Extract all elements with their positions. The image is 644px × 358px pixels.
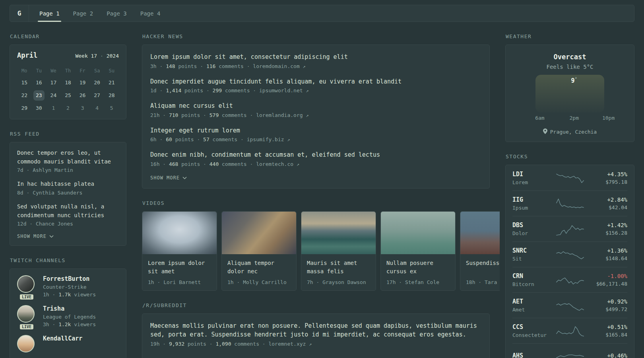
hn-item-title[interactable]: Donec enim nibh, condimentum et accumsan… — [150, 150, 481, 160]
app-logo[interactable]: G — [10, 5, 29, 21]
calendar-day[interactable]: 3 — [77, 103, 88, 113]
stock-symbol[interactable]: SNRC — [512, 247, 551, 254]
stock-symbol[interactable]: IIG — [512, 196, 551, 203]
stock-name: Bitcorn — [512, 281, 551, 287]
stock-price: $148.64 — [589, 255, 627, 261]
video-title[interactable]: Suspendisse diam — [466, 259, 500, 276]
rss-item-meta: 12d · Chance Jones — [17, 221, 119, 227]
tab-page-4[interactable]: Page 4 — [139, 5, 162, 21]
tab-page-3[interactable]: Page 3 — [105, 5, 128, 21]
hn-item-domain-link[interactable]: loremlandia.org — [256, 112, 303, 118]
stock-symbol[interactable]: AHS — [512, 352, 551, 358]
calendar-day[interactable]: 17 — [48, 78, 59, 88]
middle-column: HACKER NEWS Lorem ipsum dolor sit amet, … — [142, 33, 490, 358]
reddit-post-domain-link[interactable]: loremnet.xyz — [268, 341, 306, 347]
stock-name: Consectetur — [512, 332, 551, 338]
right-column: WEATHER Overcast Feels like 5°C 9°6am2pm… — [505, 33, 634, 358]
weather-section-title: WEATHER — [506, 33, 634, 39]
weather-daytime-highlight — [535, 75, 604, 113]
stock-change: +0.51% — [589, 324, 627, 330]
stock-symbol[interactable]: CRN — [512, 272, 551, 280]
video-thumbnail[interactable] — [460, 212, 500, 254]
twitch-channel-name[interactable]: KendallCarr — [43, 335, 82, 342]
calendar-day[interactable]: 4 — [91, 103, 103, 113]
rss-item-title[interactable]: In hac habitasse platea — [17, 180, 119, 189]
stock-symbol[interactable]: CCS — [512, 323, 551, 331]
calendar-day[interactable]: 26 — [77, 90, 88, 101]
calendar-day[interactable]: 29 — [19, 103, 30, 113]
calendar-day[interactable]: 5 — [106, 103, 117, 113]
calendar-day[interactable]: 19 — [77, 78, 88, 88]
stock-row: DBSDolor +1.42%$156.28 — [512, 216, 627, 241]
stock-symbol[interactable]: LDI — [512, 171, 551, 178]
calendar-day[interactable]: 20 — [91, 78, 103, 88]
stock-symbol[interactable]: AET — [512, 298, 551, 305]
rss-widget: RSS FEED Donec tempor eros leo, ut commo… — [10, 131, 126, 246]
stock-name: Dolor — [512, 230, 551, 236]
hn-item: Donec enim nibh, condimentum et accumsan… — [150, 150, 481, 167]
calendar-day[interactable]: 28 — [106, 90, 117, 101]
calendar-day[interactable]: 25 — [62, 90, 74, 101]
calendar-day[interactable]: 18 — [62, 78, 74, 88]
video-title[interactable]: Nullam posuere cursus ex — [386, 259, 450, 276]
rss-section-title: RSS FEED — [10, 131, 126, 137]
subreddit-widget: /R/SUBREDDIT Maecenas mollis pulvinar er… — [142, 302, 490, 358]
page-tabs: Page 1 Page 2 Page 3 Page 4 — [29, 5, 171, 21]
calendar-weekday: Th — [61, 66, 76, 75]
video-title[interactable]: Mauris sit amet massa felis — [307, 259, 370, 276]
hn-item-title[interactable]: Donec imperdiet augue tincidunt felis al… — [150, 77, 481, 86]
weather-widget: WEATHER Overcast Feels like 5°C 9°6am2pm… — [505, 33, 634, 142]
video-thumbnail[interactable] — [381, 212, 455, 254]
video-thumbnail[interactable] — [142, 212, 217, 254]
avatar[interactable] — [17, 305, 35, 323]
twitch-channel-name[interactable]: ForrestBurton — [43, 275, 96, 282]
weather-location[interactable]: Prague, Czechia — [513, 128, 627, 135]
twitch-channel-name[interactable]: Trisha — [43, 305, 96, 312]
calendar-day-selected[interactable]: 23 — [33, 90, 45, 101]
rss-item-title[interactable]: Sed volutpat nulla nisl, a condimentum n… — [17, 202, 119, 220]
calendar-day[interactable]: 30 — [33, 103, 45, 113]
calendar-week-year: Week 17 · 2024 — [75, 53, 119, 59]
live-badge: LIVE — [19, 294, 34, 300]
rss-item-title[interactable]: Donec tempor eros leo, ut commodo mauris… — [17, 149, 119, 166]
tab-page-2[interactable]: Page 2 — [72, 5, 95, 21]
avatar[interactable] — [17, 335, 35, 352]
stock-price: $66,171.48 — [589, 281, 627, 287]
hn-item: Aliquam nec cursus elit 21h · 710 points… — [150, 101, 481, 118]
weather-hourly-chart: 9°6am2pm10pm — [518, 86, 621, 122]
hn-item-domain-link[interactable]: ipsumworld.net — [259, 88, 303, 93]
stock-price: $156.28 — [589, 230, 627, 236]
hn-item-domain-link[interactable]: ipsumify.biz — [247, 136, 284, 142]
hn-item-domain-link[interactable]: loremdomain.com — [253, 63, 299, 69]
rss-show-more-button[interactable]: SHOW MORE — [17, 233, 119, 239]
tab-page-1[interactable]: Page 1 — [38, 5, 61, 21]
avatar[interactable] — [17, 275, 35, 293]
calendar-day[interactable]: 22 — [19, 90, 30, 101]
reddit-post-title[interactable]: Maecenas mollis pulvinar erat non posuer… — [150, 321, 481, 339]
video-meta: 1h · Lori Barnett — [148, 279, 211, 285]
hn-item-title[interactable]: Integer eget rutrum lorem — [150, 126, 481, 135]
calendar-day[interactable]: 27 — [91, 90, 103, 101]
hn-item-title[interactable]: Lorem ipsum dolor sit amet, consectetur … — [150, 53, 481, 62]
twitch-channel: KendallCarr — [17, 335, 119, 352]
hn-item-title[interactable]: Aliquam nec cursus elit — [150, 101, 481, 111]
video-thumbnail[interactable] — [222, 212, 296, 254]
calendar-day[interactable]: 16 — [33, 78, 45, 88]
twitch-channel: LIVE Trisha League of Legends 3h · 1.2k … — [17, 305, 119, 327]
video-title[interactable]: Lorem ipsum dolor sit amet consectetu… — [148, 259, 211, 276]
calendar-day[interactable]: 1 — [48, 103, 59, 113]
hn-item: Lorem ipsum dolor sit amet, consectetur … — [150, 53, 481, 69]
calendar-day[interactable]: 24 — [48, 90, 59, 101]
video-meta: 1h · Molly Carrillo — [227, 279, 291, 285]
hn-show-more-button[interactable]: SHOW MORE — [150, 175, 481, 181]
stock-sparkline — [551, 196, 589, 211]
stock-symbol[interactable]: DBS — [512, 222, 551, 229]
calendar-day[interactable]: 15 — [19, 78, 30, 88]
left-column: CALENDAR April Week 17 · 2024 MoTuWeThFr… — [10, 33, 126, 358]
calendar-weekday: We — [46, 66, 61, 75]
calendar-day[interactable]: 2 — [62, 103, 74, 113]
hn-item-domain-link[interactable]: loremtech.co — [256, 161, 293, 167]
video-thumbnail[interactable] — [301, 212, 376, 254]
calendar-day[interactable]: 21 — [106, 78, 117, 88]
video-title[interactable]: Aliquam tempor dolor nec pharetra… — [227, 259, 291, 276]
